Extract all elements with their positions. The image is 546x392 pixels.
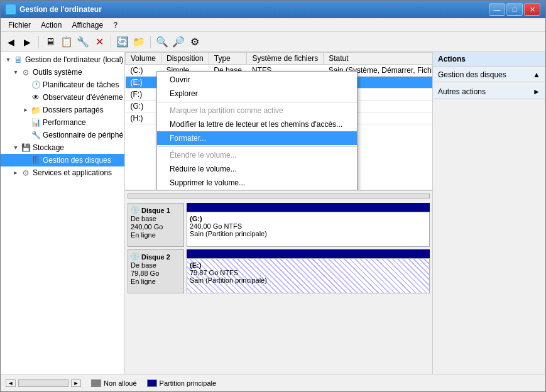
menu-bar: Fichier Action Affichage ? (1, 18, 545, 32)
tree-item-gestion-disques[interactable]: 🗄 Gestion des disques (1, 154, 124, 166)
tree-label-gestionnaire: Gestionnaire de périphé (43, 131, 123, 139)
table-area[interactable]: Volume Disposition Type Système de fichi… (125, 52, 432, 190)
toolbar-computer[interactable]: 🖥 (43, 35, 58, 50)
minimize-button[interactable]: — (489, 3, 505, 16)
actions-section-header-gestion[interactable]: Gestion des disques ▲ (433, 68, 545, 82)
ctx-marquer: Marquer la partition comme active (157, 104, 357, 117)
toolbar-refresh[interactable]: 🔄 (115, 35, 130, 50)
disk1-status: En ligne (131, 231, 181, 239)
ctx-supprimer[interactable]: Supprimer le volume... (157, 176, 357, 190)
disk1-vol1[interactable]: (G:) 240,00 Go NTFS Sain (Partition prin… (187, 203, 430, 247)
actions-section-header-autres[interactable]: Autres actions ► (433, 85, 545, 99)
main-area: ▼ 🖥 Gestion de l'ordinateur (local) ▼ ⚙ … (1, 52, 545, 374)
actions-section-gestion: Gestion des disques ▲ (433, 67, 545, 84)
tree-expander-gestion-disques (21, 155, 31, 165)
disk2-volumes: (E:) 79,87 Go NTFS Sain (Partition princ… (187, 249, 430, 293)
tree-item-stockage[interactable]: ▼ 💾 Stockage (1, 141, 124, 154)
wrench-icon: 🔧 (31, 130, 41, 140)
scroll-left-btn[interactable]: ◄ (6, 379, 16, 387)
folder-icon-dossiers: 📁 (31, 105, 41, 115)
ctx-modifier[interactable]: Modifier la lettre de lecteur et les che… (157, 117, 357, 131)
disk2-vol1-header (187, 249, 430, 258)
legend-box-partition (147, 379, 157, 387)
tree-expander-services: ► (11, 168, 21, 178)
toolbar-back[interactable]: ◀ (3, 35, 18, 50)
disk2-vol1[interactable]: (E:) 79,87 Go NTFS Sain (Partition princ… (187, 249, 430, 293)
disk1-size: 240,00 Go (131, 223, 181, 231)
cell-volume: (H:) (126, 112, 161, 124)
gear-icon-outils: ⚙ (21, 67, 31, 77)
tree-label-planificateur: Planificateur de tâches (43, 80, 119, 89)
disk1-vol1-label: (G:) (190, 215, 427, 222)
maximize-button[interactable]: □ (506, 3, 523, 16)
legend-partition-principale: Partition principale (147, 379, 217, 387)
disk-map-row-1: 💿 Disque 1 De base 240,00 Go En ligne (G… (128, 203, 430, 247)
tree-expander-observateur (21, 92, 31, 102)
tree-label-outils: Outils système (33, 68, 82, 77)
window-title: Gestion de l'ordinateur (19, 5, 102, 14)
cell-volume: (E:) (126, 77, 161, 89)
ctx-explorer[interactable]: Explorer (157, 87, 357, 101)
chart-icon: 📊 (31, 117, 41, 128)
disk1-volumes: (G:) 240,00 Go NTFS Sain (Partition prin… (187, 203, 430, 247)
legend-box-non-alloue (91, 379, 101, 387)
ctx-ouvrir[interactable]: Ouvrir (157, 73, 357, 87)
scroll-right-btn[interactable]: ► (71, 379, 81, 387)
menu-action[interactable]: Action (36, 19, 67, 31)
tree-item-planificateur[interactable]: 🕐 Planificateur de tâches (1, 79, 124, 91)
toolbar-search1[interactable]: 🔍 (155, 35, 170, 50)
actions-section-chevron-right: ► (533, 87, 540, 96)
disk1-name: 💿 Disque 1 (131, 206, 181, 214)
toolbar-tool[interactable]: 🔧 (75, 35, 90, 50)
col-volume[interactable]: Volume (126, 53, 161, 65)
disk2-vol1-label: (E:) (190, 261, 427, 269)
tree-item-outils[interactable]: ▼ ⚙ Outils système (1, 66, 124, 79)
menu-aide[interactable]: ? (108, 19, 123, 31)
menu-fichier[interactable]: Fichier (3, 19, 36, 31)
tree-label-dossiers: Dossiers partagés (43, 106, 104, 114)
toolbar-forward[interactable]: ▶ (19, 35, 35, 50)
legend-non-alloue: Non alloué (91, 379, 137, 387)
legend-label-partition: Partition principale (160, 379, 217, 387)
tree-label-gestion-disques: Gestion des disques (43, 156, 111, 165)
title-bar: Gestion de l'ordinateur — □ ✕ (1, 1, 545, 18)
tree-label-stockage: Stockage (33, 143, 64, 152)
toolbar-search2[interactable]: 🔎 (171, 35, 186, 50)
ctx-reduire[interactable]: Réduire le volume... (157, 162, 357, 176)
main-window: Gestion de l'ordinateur — □ ✕ Fichier Ac… (0, 0, 546, 392)
close-button[interactable]: ✕ (524, 3, 540, 16)
tree-item-root[interactable]: ▼ 🖥 Gestion de l'ordinateur (local) (1, 53, 124, 66)
disk-map-row-2: 💿 Disque 2 De base 79,88 Go En ligne (E:… (128, 249, 430, 293)
col-disposition[interactable]: Disposition (161, 53, 209, 65)
context-menu: Ouvrir Explorer Marquer la partition com… (156, 71, 358, 190)
title-bar-text: Gestion de l'ordinateur (6, 4, 102, 14)
tree-item-gestionnaire[interactable]: 🔧 Gestionnaire de périphé (1, 129, 124, 141)
disk2-vol1-body: (E:) 79,87 Go NTFS Sain (Partition princ… (187, 258, 430, 293)
menu-affichage[interactable]: Affichage (67, 19, 108, 31)
tree-expander-stockage: ▼ (11, 143, 21, 153)
ctx-formater[interactable]: Formater... (157, 131, 357, 145)
col-statut[interactable]: Statut (324, 53, 432, 65)
disk-icon-1: 💿 (131, 206, 139, 214)
toolbar-sep2 (111, 36, 111, 48)
actions-section-chevron-up: ▲ (533, 70, 540, 79)
tree-item-observateur[interactable]: 👁 Observateur d'événeme (1, 91, 124, 104)
disk2-type: De base (131, 261, 181, 269)
tree-expander-gestionnaire (21, 130, 31, 140)
tree-item-dossiers[interactable]: ► 📁 Dossiers partagés (1, 104, 124, 116)
tree-item-services[interactable]: ► ⚙ Services et applications (1, 166, 124, 179)
toolbar-gear[interactable]: ⚙ (187, 35, 202, 50)
col-fs[interactable]: Système de fichiers (247, 53, 324, 65)
col-type[interactable]: Type (209, 53, 247, 65)
tree-item-performance[interactable]: 📊 Performance (1, 116, 124, 129)
disk-map-area[interactable]: 💿 Disque 1 De base 240,00 Go En ligne (G… (125, 200, 432, 374)
toolbar-list[interactable]: 📋 (59, 35, 74, 50)
table-hscroll[interactable] (125, 190, 432, 200)
tree-expander-root: ▼ (3, 55, 13, 65)
scroll-track[interactable] (18, 379, 68, 387)
toolbar-delete[interactable]: ✕ (92, 35, 107, 50)
actions-section-label-autres: Autres actions (438, 87, 486, 96)
ctx-sep2 (157, 146, 357, 147)
toolbar-folder[interactable]: 📁 (131, 35, 146, 50)
disk-icon-2: 💿 (131, 253, 139, 261)
